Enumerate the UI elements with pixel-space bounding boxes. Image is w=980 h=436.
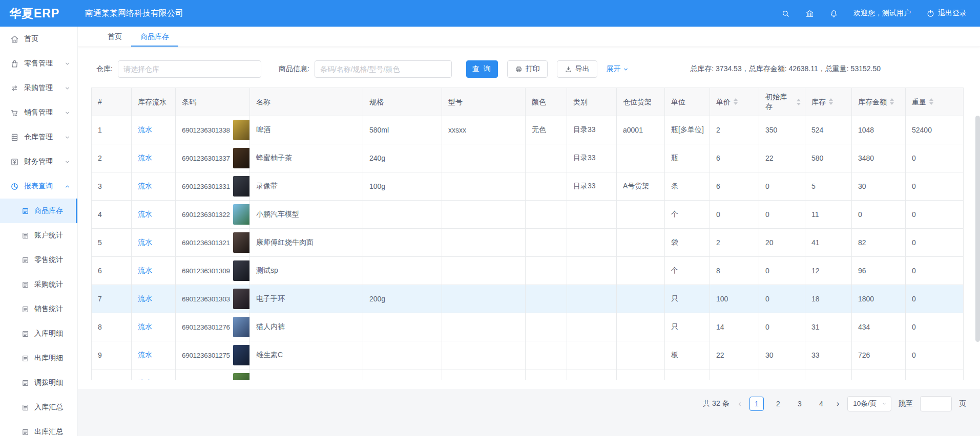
sort-caret-icon[interactable]: [929, 98, 933, 105]
printer-icon: [515, 66, 523, 73]
sidebar-item-仓库管理[interactable]: 仓库管理: [0, 125, 77, 149]
logout-button[interactable]: 退出登录: [926, 9, 967, 18]
cell-weight: 0: [906, 285, 964, 313]
cell-name: 测试sp: [250, 257, 363, 285]
sidebar-subitem-出库明细[interactable]: 出库明细: [0, 346, 77, 370]
bell-icon[interactable]: [829, 9, 838, 18]
sidebar-item-采购管理[interactable]: 采购管理: [0, 76, 77, 100]
tab-首页[interactable]: 首页: [98, 26, 131, 47]
bank-icon[interactable]: [805, 9, 814, 18]
stock-flow-link[interactable]: 流水: [138, 182, 152, 190]
sidebar-item-销售管理[interactable]: 销售管理: [0, 100, 77, 125]
sidebar-item-零售管理[interactable]: 零售管理: [0, 51, 77, 76]
cell-spec: 240g: [363, 144, 442, 172]
column-header-重量[interactable]: 重量: [906, 88, 964, 116]
sidebar-subitem-出库汇总[interactable]: 出库汇总: [0, 420, 77, 436]
sidebar-item-报表查询[interactable]: 报表查询: [0, 174, 77, 199]
stock-flow-link[interactable]: 流水: [138, 351, 152, 359]
warehouse-select-input[interactable]: [118, 60, 261, 78]
sidebar-item-label: 采购管理: [24, 83, 53, 93]
cell-weight: 0: [906, 257, 964, 285]
page-button-3[interactable]: 3: [793, 397, 807, 411]
cell-unit: 个: [665, 257, 710, 285]
sidebar-subitem-商品库存[interactable]: 商品库存: [0, 199, 77, 223]
page-button-1[interactable]: 1: [749, 397, 764, 411]
cell-flow: 流水: [132, 229, 176, 257]
sidebar-item-财务管理[interactable]: 财务管理: [0, 149, 77, 174]
cell-category: [567, 369, 617, 381]
cell-price: 6: [710, 144, 759, 172]
report-doc-icon: [22, 281, 29, 289]
sidebar-subitem-采购统计[interactable]: 采购统计: [0, 272, 77, 297]
sort-caret-icon[interactable]: [829, 98, 833, 105]
column-header-库存金额[interactable]: 库存金额: [852, 88, 906, 116]
expand-link[interactable]: 展开: [607, 64, 629, 74]
print-button[interactable]: 打印: [507, 60, 548, 78]
jump-page-input[interactable]: [920, 396, 952, 411]
warehouse-icon: [10, 133, 19, 142]
stock-flow-link[interactable]: 流水: [138, 238, 152, 246]
sidebar-subitem-调拨明细[interactable]: 调拨明细: [0, 370, 77, 395]
cell-color: [526, 257, 567, 285]
stock-flow-link[interactable]: 流水: [138, 379, 152, 380]
column-label: 型号: [448, 97, 463, 107]
stock-flow-link[interactable]: 流水: [138, 210, 152, 218]
cell-category: 目录33: [567, 116, 617, 144]
page-button-2[interactable]: 2: [771, 397, 785, 411]
sidebar-item-首页[interactable]: 首页: [0, 27, 77, 51]
report-doc-icon: [22, 232, 29, 239]
column-header-初始库存[interactable]: 初始库存: [759, 88, 805, 116]
stock-flow-link[interactable]: 流水: [138, 154, 152, 162]
cell-stock-amount: 0: [852, 201, 906, 229]
vertical-scrollbar[interactable]: [975, 116, 980, 342]
cell-unit: 瓶: [665, 144, 710, 172]
stock-flow-link[interactable]: 流水: [138, 322, 152, 331]
sort-caret-icon[interactable]: [797, 99, 801, 105]
sort-caret-icon[interactable]: [890, 98, 894, 105]
sidebar-subitem-零售统计[interactable]: 零售统计: [0, 248, 77, 272]
cell-color: [526, 313, 567, 341]
product-info-input[interactable]: [315, 60, 452, 78]
export-button[interactable]: 导出: [557, 60, 597, 78]
cell-model: [442, 313, 526, 341]
column-label: 仓位货架: [623, 97, 652, 107]
cell-spec: [363, 369, 442, 381]
tab-商品库存[interactable]: 商品库存: [131, 26, 178, 47]
next-page-button[interactable]: ›: [836, 400, 840, 408]
sidebar-subitem-入库汇总[interactable]: 入库汇总: [0, 395, 77, 420]
cell-stock-amount: 30: [852, 172, 906, 201]
cell-price: 14: [710, 313, 759, 341]
column-label: #: [98, 97, 102, 107]
search-button[interactable]: 查 询: [466, 60, 498, 78]
column-label: 单价: [716, 97, 731, 107]
download-icon: [565, 66, 572, 73]
cell-index: 8: [92, 313, 132, 341]
cell-unit: 板: [665, 341, 710, 369]
column-header-单价[interactable]: 单价: [710, 88, 759, 116]
company-name: 南通某某网络科技有限公司: [78, 8, 183, 19]
cell-weight: 0: [906, 341, 964, 369]
report-doc-icon: [22, 428, 29, 436]
column-header-库存[interactable]: 库存: [805, 88, 852, 116]
cell-stock-amount: 1800: [852, 285, 906, 313]
main-content: 首页商品库存 仓库: 商品信息: 查 询 打印 导出 展开 总库存: 3734.…: [78, 27, 980, 436]
cell-rack: [617, 229, 665, 257]
pagination: 共 32 条‹1234›10条/页跳至页: [78, 389, 980, 411]
page-button-4[interactable]: 4: [814, 397, 828, 411]
jump-label: 跳至: [899, 399, 913, 408]
stock-flow-link[interactable]: 流水: [138, 266, 152, 274]
stock-flow-link[interactable]: 流水: [138, 294, 152, 302]
sort-caret-icon[interactable]: [734, 98, 738, 105]
stock-flow-link[interactable]: 流水: [138, 125, 152, 134]
page-size-select[interactable]: 10条/页: [847, 396, 891, 411]
sidebar-subitem-销售统计[interactable]: 销售统计: [0, 297, 77, 321]
search-icon[interactable]: [781, 9, 790, 18]
sidebar-subitem-账户统计[interactable]: 账户统计: [0, 223, 77, 248]
cell-name: 维生素C: [250, 341, 363, 369]
cell-price: 22: [710, 341, 759, 369]
cell-price: 2: [710, 229, 759, 257]
column-header-单位: 单位: [665, 88, 710, 116]
prev-page-button[interactable]: ‹: [738, 400, 742, 408]
column-label: 库存: [811, 97, 826, 107]
sidebar-subitem-入库明细[interactable]: 入库明细: [0, 321, 77, 346]
